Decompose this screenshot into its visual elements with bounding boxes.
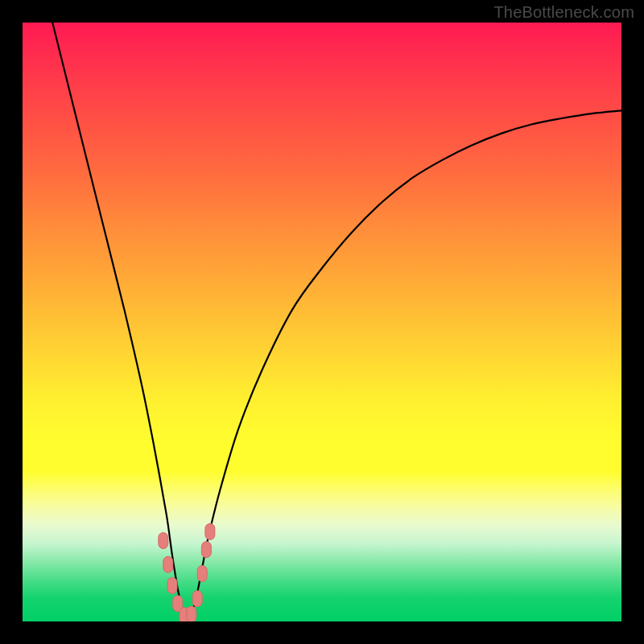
marker-dot [197,566,207,582]
marker-dot [167,577,177,593]
highlight-markers [159,523,215,621]
marker-dot [187,606,196,621]
curve-layer [23,23,621,621]
marker-dot [159,533,168,549]
marker-dot [205,523,215,539]
marker-dot [163,556,173,572]
chart-frame: TheBottleneck.com [0,0,644,644]
plot-area [23,23,621,621]
marker-dot [192,591,202,607]
bottleneck-curve [52,23,621,618]
marker-dot [201,542,211,558]
watermark-text: TheBottleneck.com [493,3,634,22]
